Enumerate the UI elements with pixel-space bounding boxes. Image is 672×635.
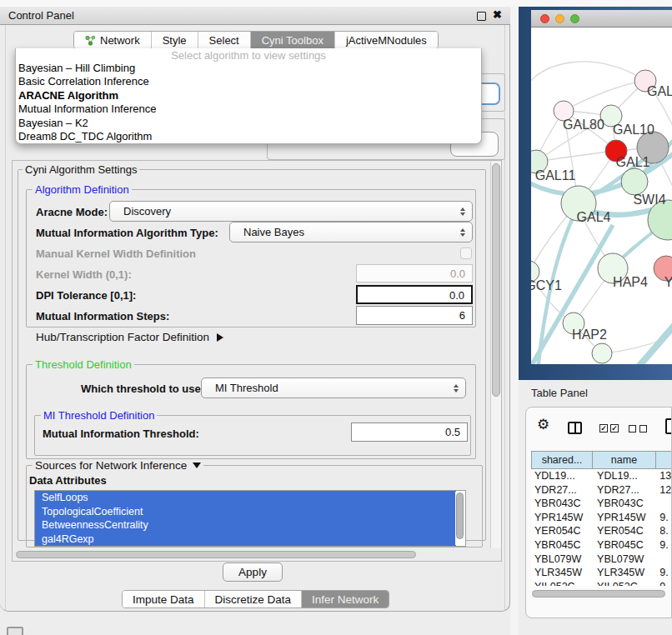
network-canvas[interactable]: GALGAL80GAL10GAL1GAL11SWI4GAL4GCY1HAP4YH… <box>531 28 672 364</box>
select-all-checkbox-icon[interactable]: ✓ <box>610 424 619 432</box>
manual-kernel-checkbox[interactable] <box>460 248 472 259</box>
tab-label: Cyni Toolbox <box>262 34 323 47</box>
close-traffic-light-icon[interactable] <box>540 14 549 23</box>
column-header-name[interactable]: name <box>593 451 656 469</box>
settings-vertical-scrollbar[interactable] <box>490 162 501 548</box>
combo-stepper-icon[interactable] <box>447 384 465 392</box>
column-header-shared[interactable]: shared... <box>531 451 593 469</box>
network-node-swi4[interactable] <box>621 168 648 195</box>
mi-steps-field[interactable]: 6 <box>356 306 473 325</box>
settings-hscrollbar-thumb[interactable] <box>16 551 416 558</box>
tab-infer-network[interactable]: Infer Network <box>302 591 389 608</box>
table-cell: YBL079W <box>531 552 592 567</box>
minimized-panel-icon[interactable] <box>7 627 23 635</box>
network-edge <box>564 81 645 111</box>
kernel-width-field[interactable]: 0.0 <box>356 264 473 282</box>
select-all-checkbox-icon[interactable]: ✓ <box>599 424 608 432</box>
network-node-label: GAL11 <box>535 168 576 182</box>
mi-threshold-field[interactable]: 0.5 <box>351 422 468 442</box>
tab-cyni-toolbox[interactable]: Cyni Toolbox <box>251 32 335 48</box>
network-node-bottom-node[interactable] <box>592 343 612 363</box>
top-tab-bar: NetworkStyleSelectCyni ToolboxjActiveMNo… <box>73 31 439 49</box>
minimize-traffic-light-icon[interactable] <box>555 14 564 23</box>
algorithm-option-mutual-information-inference[interactable]: Mutual Information Inference <box>16 102 481 116</box>
table-row[interactable]: YDR27...YDR27...12 <box>531 483 672 498</box>
attribute-item-betweennesscentrality[interactable]: BetweennessCentrality <box>35 518 456 532</box>
gear-icon[interactable]: ⚙ <box>537 416 549 433</box>
which-threshold-combo[interactable]: MI Threshold <box>201 378 466 398</box>
attributes-scrollbar-thumb[interactable] <box>456 492 464 539</box>
network-edge <box>636 316 672 364</box>
algorithm-option-bayesian-hill-climbing[interactable]: Bayesian – Hill Climbing <box>16 62 481 75</box>
mi-type-combo[interactable]: Naive Bayes <box>229 222 473 242</box>
table-row[interactable]: YBR043CYBR043C <box>531 497 672 511</box>
cyni-settings-scrollpane: Cyni Algorithm Settings Algorithm Defini… <box>12 160 502 562</box>
network-node-label: GAL80 <box>563 118 604 132</box>
control-panel-window: Control Panel ✖ NetworkStyleSelectCyni T… <box>0 7 510 612</box>
mi-steps-label: Mutual Information Steps: <box>36 310 169 322</box>
table-row[interactable]: YIL052CYIL052C9 <box>531 580 672 586</box>
table-row[interactable]: YBR045CYBR045C9. <box>531 538 672 552</box>
settings-vscrollbar-thumb[interactable] <box>492 163 500 397</box>
algorithm-option-bayesian-k2[interactable]: Bayesian – K2 <box>16 117 481 130</box>
combo-stepper-icon[interactable] <box>454 208 472 216</box>
network-node-label: SWI4 <box>633 192 665 207</box>
zoom-traffic-light-icon[interactable] <box>570 14 579 23</box>
tab-style[interactable]: Style <box>152 32 198 48</box>
table-header-row: shared...name <box>531 451 672 469</box>
aracne-mode-combo[interactable]: Discovery <box>109 201 473 222</box>
table-row[interactable]: YPR145WYPR145W9. <box>531 511 672 525</box>
table-cell: 9. <box>654 511 672 525</box>
table-mode-icon[interactable] <box>665 418 672 434</box>
network-node-label: HAP4 <box>613 275 648 289</box>
attribute-item-selfloops[interactable]: SelfLoops <box>35 491 456 505</box>
columns-icon[interactable] <box>568 422 582 434</box>
network-window-titlebar <box>531 10 672 28</box>
algorithm-option-dream8-dc-tdc-algorithm[interactable]: Dream8 DC_TDC Algorithm <box>16 130 481 143</box>
settings-horizontal-scrollbar[interactable] <box>14 550 489 560</box>
table-cell <box>654 497 672 511</box>
tab-select[interactable]: Select <box>198 32 251 48</box>
aracne-mode-label: Aracne Mode: <box>36 206 108 218</box>
table-row[interactable]: YBL079WYBL079W <box>531 552 672 567</box>
tab-impute-data[interactable]: Impute Data <box>123 591 205 608</box>
table-cell: YBR043C <box>592 497 654 511</box>
attributes-scrollbar[interactable] <box>455 492 464 545</box>
table-hscrollbar-thumb[interactable] <box>532 590 665 598</box>
network-edge <box>531 62 645 92</box>
deselect-all-checkbox-icon[interactable] <box>639 425 647 432</box>
close-icon[interactable]: ✖ <box>493 8 502 21</box>
table-row[interactable]: YLR345WYLR345W9. <box>531 566 672 580</box>
column-header-cut[interactable] <box>656 451 672 469</box>
table-cell: YDR27... <box>592 483 654 498</box>
tab-label: Select <box>209 34 239 47</box>
table-panel-card: ⚙ ✓ ✓ shared...name YDL19...YDL19...13YD… <box>525 407 672 618</box>
network-node-label: GAL <box>647 84 672 98</box>
hub-definition-expander[interactable]: Hub/Transcription Factor Definition <box>36 331 223 343</box>
algorithm-dropdown-placeholder: Select algorithm to view settings <box>16 49 481 62</box>
attribute-item-gal4rgexp[interactable]: gal4RGexp <box>35 532 456 547</box>
deselect-all-checkbox-icon[interactable] <box>629 425 636 432</box>
table-cell: YBR045C <box>592 538 654 552</box>
algorithm-option-aracne-algorithm[interactable]: ARACNE Algorithm <box>16 89 481 102</box>
tab-label: jActiveMNodules <box>346 34 427 47</box>
combo-stepper-icon[interactable] <box>454 228 472 237</box>
tab-network[interactable]: Network <box>74 32 152 48</box>
tab-jactivemnodules[interactable]: jActiveMNodules <box>335 32 438 48</box>
attribute-item-topologicalcoefficient[interactable]: TopologicalCoefficient <box>35 505 456 519</box>
table-row[interactable]: YER054CYER054C8. <box>531 524 672 538</box>
apply-button[interactable]: Apply <box>223 562 283 582</box>
algorithm-option-basic-correlation-inference[interactable]: Basic Correlation Inference <box>16 75 481 88</box>
table-horizontal-scrollbar[interactable] <box>531 589 672 599</box>
sources-group-label[interactable]: Sources for Network Inference <box>33 459 203 472</box>
table-cell: YDL19... <box>531 469 592 483</box>
tab-label: Network <box>100 34 140 47</box>
network-node-label: Y <box>664 275 672 289</box>
network-node-label: GCY1 <box>531 278 562 292</box>
dpi-tolerance-field[interactable]: 0.0 <box>356 285 473 304</box>
table-cell: 13 <box>654 469 672 483</box>
tab-label: Infer Network <box>312 593 379 606</box>
float-window-icon[interactable] <box>477 12 486 21</box>
table-row[interactable]: YDL19...YDL19...13 <box>531 469 672 483</box>
tab-discretize-data[interactable]: Discretize Data <box>205 591 303 608</box>
